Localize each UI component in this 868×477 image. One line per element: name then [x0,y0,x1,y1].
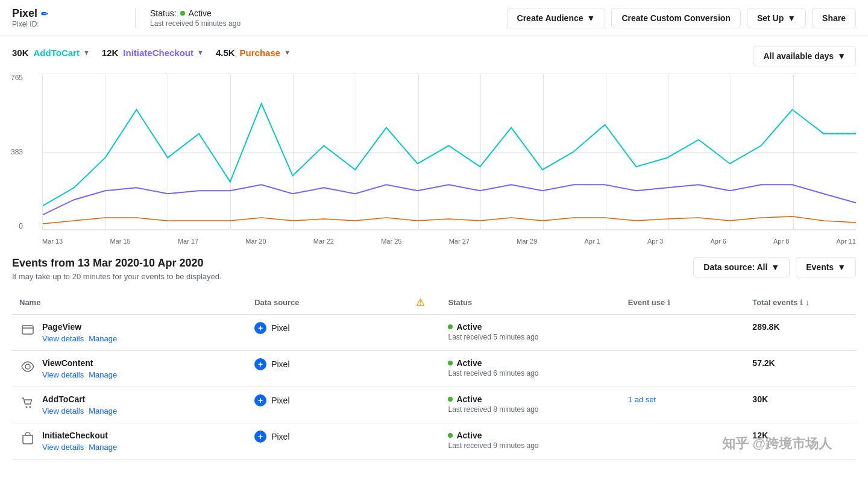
legend-purchase[interactable]: 4.5K Purchase ▼ [216,48,291,58]
event-name-cell-viewcontent: ViewContent View details Manage [12,351,247,387]
chevron-down-icon: ▼ [837,51,846,61]
set-up-button[interactable]: Set Up ▼ [747,8,806,28]
status-text: Active [456,358,482,368]
plus-icon: + [254,431,266,443]
event-name-text: InitiateCheckout [42,431,117,440]
status-cell: Active Last received 5 minutes ago [441,315,620,351]
chart-canvas [42,74,856,230]
event-use-cell: 1 ad set [621,387,746,423]
x-label: Apr 11 [836,238,855,245]
share-button[interactable]: Share [812,8,856,28]
addtocart-count: 30K [12,48,29,58]
svg-point-3 [26,406,28,408]
th-status: Status [441,291,620,315]
datasource-cell: + Pixel [247,387,399,423]
y-label-top: 765 [11,74,23,82]
events-section: Events from 13 Mar 2020-10 Apr 2020 It m… [0,257,868,460]
plus-icon: + [254,358,266,370]
event-name-text: AddToCart [42,394,117,404]
pixel-label: Pixel [12,7,37,20]
sort-icon[interactable]: ↓ [805,298,810,307]
th-name: Name [12,291,247,315]
th-datasource: Data source [247,291,399,315]
table-row: InitiateCheckout View details Manage + P… [12,423,856,460]
total-events-value: 30K [752,394,768,404]
events-filters: Data source: All ▼ Events ▼ [693,257,856,277]
event-links: View details Manage [42,443,117,452]
view-details-link[interactable]: View details [42,334,84,343]
status-time: Last received 5 minutes ago [448,333,613,341]
events-title: Events from 13 Mar 2020-10 Apr 2020 [12,257,222,270]
table-row: AddToCart View details Manage + Pixel [12,387,856,423]
x-label: Mar 25 [381,238,401,245]
status-text: Active [456,431,482,440]
total-events-cell: 12K [745,423,856,460]
events-subtitle: It may take up to 20 minutes for your ev… [12,272,222,281]
total-events-cell: 57.2K [745,351,856,387]
create-audience-button[interactable]: Create Audience ▼ [507,8,606,28]
pixel-status: Status: Active Last received 5 minutes a… [135,8,492,28]
x-label: Apr 3 [647,238,663,245]
page-header: Pixel ✏ Pixel ID: Status: Active Last re… [0,0,868,36]
chevron-down-icon: ▼ [83,49,90,56]
event-use-cell [621,315,746,351]
view-details-link[interactable]: View details [42,370,84,379]
status-text: Active [456,322,482,332]
datasource-label: Pixel [271,323,289,333]
th-warning: ⚠ [400,291,441,315]
legend-initiatecheckout[interactable]: 12K InitiateCheckout ▼ [102,48,204,58]
status-value: Active [189,8,212,18]
event-use-cell [621,423,746,460]
event-use-link[interactable]: 1 ad set [628,395,656,404]
edit-icon[interactable]: ✏ [41,9,48,19]
y-label-mid: 383 [11,148,23,156]
addtocart-icon [19,394,36,411]
purchase-count: 4.5K [216,48,235,58]
legend-addtocart[interactable]: 30K AddToCart ▼ [12,48,90,58]
table-header: Name Data source ⚠ Status Event use ℹ [12,291,856,315]
view-details-link[interactable]: View details [42,443,84,452]
events-filter-button[interactable]: Events ▼ [796,257,856,277]
warning-cell [400,351,441,387]
th-total-events: Total events ℹ ↓ [745,291,856,315]
manage-link[interactable]: Manage [89,370,117,379]
create-custom-conversion-button[interactable]: Create Custom Conversion [611,8,740,28]
status-dot [180,11,185,16]
chart-legend: 30K AddToCart ▼ 12K InitiateCheckout ▼ 4… [12,48,291,58]
status-dot [448,397,453,402]
chart-section: 30K AddToCart ▼ 12K InitiateCheckout ▼ 4… [0,36,868,245]
chevron-down-icon: ▼ [587,13,596,23]
manage-link[interactable]: Manage [89,443,117,452]
info-icon[interactable]: ℹ [800,299,803,307]
event-name-cell-initiatecheckout: InitiateCheckout View details Manage [12,423,247,460]
header-actions: Create Audience ▼ Create Custom Conversi… [507,8,856,28]
manage-link[interactable]: Manage [89,406,117,415]
initiatecheckout-label: InitiateCheckout [123,48,193,58]
chevron-down-icon: ▼ [284,49,291,56]
last-received: Last received 5 minutes ago [150,19,492,28]
info-icon[interactable]: ℹ [667,299,670,307]
x-label: Apr 1 [585,238,600,245]
x-label: Mar 17 [178,238,198,245]
event-name-cell-pageview: PageView View details Manage [12,315,247,351]
status-text-label: Status: [150,8,177,18]
status-line: Status: Active [150,8,492,18]
total-events-value: 57.2K [752,358,775,368]
event-name-text: ViewContent [42,358,117,368]
y-axis: 765 383 0 [11,74,25,230]
datasource-filter-button[interactable]: Data source: All ▼ [693,257,790,277]
manage-link[interactable]: Manage [89,334,117,343]
x-label: Apr 6 [710,238,726,245]
y-label-bottom: 0 [11,222,23,230]
event-name-text: PageView [42,322,117,332]
pixel-info: Pixel ✏ Pixel ID: [12,7,121,28]
events-header-row: Events from 13 Mar 2020-10 Apr 2020 It m… [12,257,856,281]
svg-point-4 [30,406,31,408]
x-label: Mar 13 [42,238,63,245]
x-label: Mar 27 [449,238,470,245]
view-details-link[interactable]: View details [42,406,84,415]
date-filter-button[interactable]: All available days ▼ [753,46,856,66]
event-links: View details Manage [42,334,117,343]
status-dot [448,433,453,438]
chart-svg [43,74,856,230]
